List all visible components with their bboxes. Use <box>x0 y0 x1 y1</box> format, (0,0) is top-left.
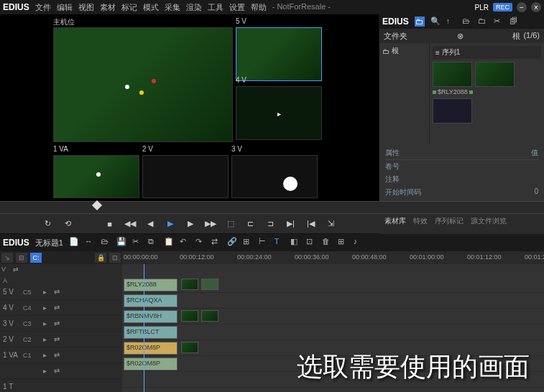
prev-frame-icon[interactable]: ◀ <box>144 218 157 230</box>
copy-icon[interactable]: 🗐 <box>510 17 520 27</box>
sequence-tab[interactable]: 无标题1 <box>35 238 63 248</box>
tl-paste-icon[interactable]: 📋 <box>164 237 175 248</box>
tl-snap-icon[interactable]: ⊢ <box>259 237 270 248</box>
clip-thumb-icon[interactable] <box>181 279 198 290</box>
menu-file[interactable]: 文件 <box>35 2 51 13</box>
tl-render-icon[interactable]: ◧ <box>290 237 302 248</box>
mode-lock[interactable]: 🔒 <box>95 253 106 263</box>
menu-capture[interactable]: 采集 <box>165 2 180 13</box>
menu-help[interactable]: 帮助 <box>251 2 267 13</box>
menu-tools[interactable]: 工具 <box>208 2 223 13</box>
fforward-icon[interactable]: ▶▶ <box>204 218 217 230</box>
tl-copy-icon[interactable]: ⧉ <box>148 237 160 248</box>
clip-3v[interactable]: $RBNMV8H <box>124 310 178 323</box>
tl-multi-icon[interactable]: ⊞ <box>338 237 349 248</box>
track-patch-icon[interactable]: ▸ <box>43 319 52 328</box>
tl-open-icon[interactable]: 🗁 <box>101 237 112 248</box>
stop-icon[interactable]: ■ <box>103 218 116 230</box>
menu-clip[interactable]: 素材 <box>100 2 116 13</box>
clip-5v[interactable]: $RLY2088 <box>124 279 178 291</box>
tab-bin[interactable]: 素材库 <box>384 216 406 226</box>
menu-edit[interactable]: 编辑 <box>57 2 73 13</box>
tl-ripple-icon[interactable]: ⇄ <box>211 237 223 248</box>
cut-icon[interactable]: ✂ <box>494 17 504 27</box>
track-patch-icon[interactable]: ▸ <box>43 367 52 375</box>
menu-settings[interactable]: 设置 <box>229 2 245 13</box>
camera-2v[interactable]: 2 V <box>142 155 229 198</box>
track-patch-icon[interactable]: ▸ <box>43 288 52 297</box>
tl-arrow-icon[interactable]: ↔ <box>85 237 96 248</box>
shuttle-icon[interactable]: ⟲ <box>62 218 75 230</box>
rec-badge[interactable]: REC <box>493 3 512 11</box>
tl-match-icon[interactable]: ⊡ <box>306 237 318 248</box>
playhead-icon[interactable] <box>92 200 102 210</box>
prop-starttc-val[interactable]: 0 <box>534 187 538 197</box>
clip-thumb-icon[interactable] <box>181 342 198 353</box>
scrubber[interactable] <box>0 201 544 214</box>
track-header-3v[interactable]: 3 V C3 ▸⇄ <box>0 316 122 332</box>
timeline-content[interactable]: 序列1 00:00:00:00 00:00:12:00 00:00:24:00 … <box>122 251 544 392</box>
tl-title-icon[interactable]: T <box>275 237 286 248</box>
tl-cut-icon[interactable]: ✂ <box>132 237 144 248</box>
tl-audio-icon[interactable]: ♪ <box>354 237 365 248</box>
camera-1va[interactable]: 1 VA <box>53 155 139 198</box>
clip-2v[interactable]: $RFTBLCT <box>124 326 178 339</box>
next-edit-icon[interactable]: ▶| <box>285 218 298 230</box>
track-link-icon[interactable]: ⇄ <box>54 351 63 360</box>
mode-insert[interactable]: ↘ <box>1 253 13 263</box>
rewind-icon[interactable]: ◀◀ <box>124 218 137 230</box>
tab-effects[interactable]: 特效 <box>413 216 428 226</box>
play-icon[interactable]: ▶ <box>164 218 177 230</box>
track-header-1va[interactable]: 1 VA C1 ▸⇄ <box>0 347 122 363</box>
search-icon[interactable]: 🔍 <box>430 17 441 27</box>
overwrite-icon[interactable]: ⇲ <box>325 218 338 230</box>
bin-thumb-1[interactable] <box>433 62 472 87</box>
folder-open-icon[interactable]: 🗁 <box>462 17 472 27</box>
track-1t-row[interactable] <box>122 372 544 388</box>
menu-view[interactable]: 视图 <box>78 2 94 13</box>
track-patch-icon[interactable]: ▸ <box>43 304 52 312</box>
mode-sync[interactable]: ⊡ <box>109 253 121 263</box>
tab-browser[interactable]: 源文件浏览 <box>471 216 507 226</box>
track-header-1t[interactable]: 1 T <box>0 379 122 392</box>
tl-save-icon[interactable]: 💾 <box>116 237 128 248</box>
menu-render[interactable]: 渲染 <box>186 2 202 13</box>
new-folder-icon[interactable]: 🗀 <box>478 17 488 27</box>
timeline-ruler[interactable]: 00:00:00:00 00:00:12:00 00:00:24:00 00:0… <box>122 251 544 264</box>
mode-overwrite[interactable]: ⊟ <box>16 253 27 263</box>
clip-4v[interactable]: $RCHAQXA <box>124 294 178 307</box>
track-patch-icon[interactable]: ▸ <box>43 335 52 344</box>
bin-thumb-3[interactable] <box>433 98 472 123</box>
export-icon[interactable]: ⬚ <box>224 218 237 230</box>
tl-new-icon[interactable]: 📄 <box>69 237 80 248</box>
mark-out-icon[interactable]: ⊐ <box>264 218 277 230</box>
tl-redo-icon[interactable]: ↷ <box>195 237 207 248</box>
tab-markers[interactable]: 序列标记 <box>435 216 464 226</box>
tl-group-icon[interactable]: ⊞ <box>243 237 254 248</box>
tl-undo-icon[interactable]: ↶ <box>180 237 191 248</box>
track-patch-icon[interactable]: ▸ <box>43 351 52 360</box>
track-header-audio[interactable]: ▸⇄ <box>0 363 122 379</box>
minimize-icon[interactable]: − <box>517 2 527 12</box>
track-link-icon[interactable]: ⇄ <box>54 367 63 375</box>
track-link-icon[interactable]: ⇄ <box>54 335 63 344</box>
tl-delete-icon[interactable]: 🗑 <box>322 237 333 248</box>
track-link-icon[interactable]: ⇄ <box>54 304 63 312</box>
camera-main[interactable]: 主机位 <box>53 27 233 142</box>
clip-thumb-icon[interactable] <box>201 310 218 322</box>
prev-edit-icon[interactable]: |◀ <box>305 218 318 230</box>
clip-audio[interactable]: $R02OM8P <box>124 358 178 370</box>
bin-thumb-2[interactable] <box>475 62 515 87</box>
track-link-icon[interactable]: ⇄ <box>54 319 63 328</box>
next-frame-icon[interactable]: ▶ <box>184 218 197 230</box>
close-icon[interactable]: × <box>531 2 541 12</box>
menu-mode[interactable]: 模式 <box>143 2 159 13</box>
track-header-5v[interactable]: 5 V C5 ▸⇄ <box>0 284 122 300</box>
mode-cue[interactable]: C: <box>30 253 42 263</box>
timeline-playhead[interactable] <box>144 264 144 392</box>
camera-4v[interactable]: 4 V ▸ <box>236 86 322 140</box>
clip-thumb-icon[interactable] <box>201 279 218 290</box>
track-header-2v[interactable]: 2 V C2 ▸⇄ <box>0 332 122 347</box>
clip-thumb-icon[interactable] <box>181 310 198 322</box>
camera-3v[interactable]: 3 V <box>231 155 318 198</box>
